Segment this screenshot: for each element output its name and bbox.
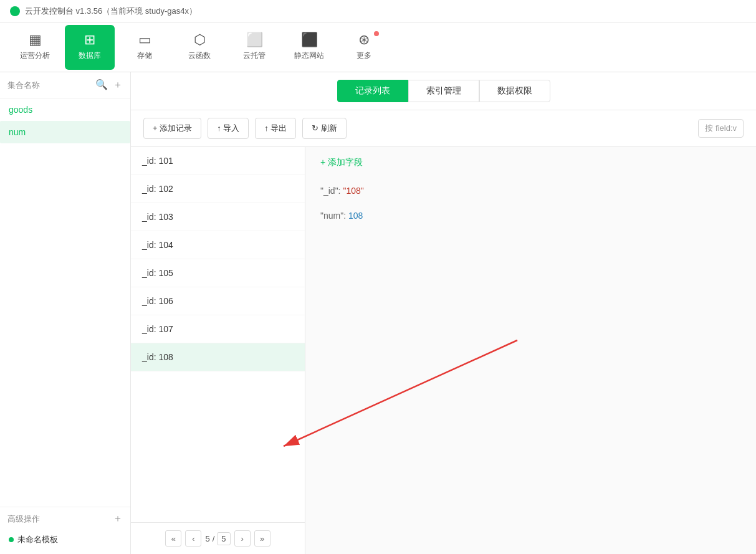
app-logo [10, 6, 20, 16]
add-field-button[interactable]: + 添加字段 [320, 157, 741, 168]
refresh-label: ↻ 刷新 [312, 123, 337, 134]
record-item-107[interactable]: _id: 107 [131, 315, 305, 343]
record-item-101[interactable]: _id: 101 [131, 147, 305, 175]
record-item-102[interactable]: _id: 102 [131, 175, 305, 203]
toolbar-item-database[interactable]: ⊞数据库 [65, 25, 115, 70]
content-area: 记录列表 索引管理 数据权限 + 添加记录 ↑ 导入 ↑ 导出 ↻ 刷新 按 f… [131, 72, 756, 554]
sidebar-add-icon[interactable]: ＋ [113, 79, 123, 92]
tab-permissions[interactable]: 数据权限 [479, 80, 550, 102]
toolbar-item-cloudfunction[interactable]: ⬡云函数 [175, 25, 224, 70]
field-row-num: "num": 108 [320, 206, 741, 226]
total-pages-dropdown[interactable]: 5 [217, 532, 230, 545]
toolbar-icon-hosting: ⬜ [246, 33, 263, 47]
toolbar-item-hosting[interactable]: ⬜云托管 [229, 25, 279, 70]
search-field[interactable]: 按 field:v [698, 119, 744, 138]
action-bar: + 添加记录 ↑ 导入 ↑ 导出 ↻ 刷新 按 field:v [131, 110, 756, 147]
sidebar: 集合名称 🔍 ＋ goods num 高级操作 ＋ 未命名模板 [0, 72, 131, 554]
toolbar-icon-database: ⊞ [84, 33, 95, 47]
add-record-label: + 添加记录 [153, 123, 192, 134]
export-button[interactable]: ↑ 导出 [255, 118, 296, 139]
toolbar-label-analytics: 运营分析 [20, 50, 50, 61]
toolbar-label-cloudfunction: 云函数 [188, 50, 211, 61]
tab-bar: 记录列表 索引管理 数据权限 [131, 72, 756, 110]
sidebar-template-item[interactable]: 未命名模板 [7, 530, 123, 549]
field-num-value: 108 [348, 211, 363, 221]
import-button[interactable]: ↑ 导入 [208, 118, 249, 139]
record-item-103[interactable]: _id: 103 [131, 203, 305, 231]
sidebar-item-goods[interactable]: goods [0, 98, 130, 121]
toolbar-item-analytics[interactable]: ▦运营分析 [10, 25, 60, 70]
add-record-button[interactable]: + 添加记录 [143, 118, 201, 139]
sidebar-advanced-section: 高级操作 ＋ 未命名模板 [0, 507, 130, 554]
template-label: 未命名模板 [17, 534, 58, 545]
record-item-108[interactable]: _id: 108 [131, 343, 305, 371]
tab-records[interactable]: 记录列表 [337, 80, 408, 102]
record-detail: + 添加字段 "_id": "108" "num": 108 [305, 147, 756, 554]
toolbar-icon-cloudfunction: ⬡ [194, 33, 206, 47]
sidebar-header-title: 集合名称 [7, 80, 40, 91]
toolbar-icon-more: ⊛ [358, 33, 370, 47]
toolbar-icon-storage: ▭ [138, 33, 151, 47]
export-label: ↑ 导出 [264, 123, 287, 134]
tab-index[interactable]: 索引管理 [408, 80, 479, 102]
toolbar-item-staticweb[interactable]: ⬛静态网站 [284, 25, 334, 70]
page-info: 5 / 5 [205, 532, 230, 545]
sidebar-items: goods num [0, 98, 130, 507]
record-item-105[interactable]: _id: 105 [131, 259, 305, 287]
pagination: « ‹ 5 / 5 › » [131, 522, 305, 554]
add-field-label: + 添加字段 [320, 157, 363, 168]
record-list: _id: 101 _id: 102 _id: 103 _id: 104 _id:… [131, 147, 305, 554]
toolbar-label-hosting: 云托管 [243, 50, 266, 61]
toolbar-label-staticweb: 静态网站 [294, 50, 324, 61]
records-area: _id: 101 _id: 102 _id: 103 _id: 104 _id:… [131, 147, 756, 554]
sidebar-advanced-header: 高级操作 ＋ [7, 512, 123, 525]
toolbar-badge-more [374, 31, 379, 36]
app-title: 云开发控制台 v1.3.56（当前环境 study-gas4x） [25, 6, 197, 17]
current-page: 5 [205, 534, 209, 543]
record-item-106[interactable]: _id: 106 [131, 287, 305, 315]
import-label: ↑ 导入 [217, 123, 239, 134]
toolbar-label-more: 更多 [356, 50, 371, 61]
title-bar: 云开发控制台 v1.3.56（当前环境 study-gas4x） [0, 0, 756, 22]
last-page-button[interactable]: » [254, 530, 270, 547]
field-id-value: "108" [343, 186, 363, 196]
field-id-key: "_id": [320, 186, 343, 196]
sidebar-header: 集合名称 🔍 ＋ [0, 72, 130, 98]
toolbar-icon-staticweb: ⬛ [301, 33, 318, 47]
sidebar-header-actions: 🔍 ＋ [95, 79, 123, 92]
prev-page-button[interactable]: ‹ [185, 530, 201, 547]
toolbar: ▦运营分析⊞数据库▭存储⬡云函数⬜云托管⬛静态网站⊛更多 [0, 22, 756, 72]
sidebar-search-icon[interactable]: 🔍 [95, 79, 108, 92]
field-num-key: "num": [320, 211, 348, 221]
sidebar-advanced-add-icon[interactable]: ＋ [113, 512, 123, 525]
first-page-button[interactable]: « [165, 530, 181, 547]
toolbar-item-storage[interactable]: ▭存储 [120, 25, 170, 70]
toolbar-item-more[interactable]: ⊛更多 [339, 25, 389, 70]
toolbar-label-storage: 存储 [137, 50, 152, 61]
page-separator: / [213, 534, 215, 543]
toolbar-icon-analytics: ▦ [29, 33, 42, 47]
refresh-button[interactable]: ↻ 刷新 [302, 118, 347, 139]
toolbar-label-database: 数据库 [79, 50, 101, 61]
next-page-button[interactable]: › [234, 530, 251, 547]
field-row-id: "_id": "108" [320, 181, 741, 201]
sidebar-advanced-title: 高级操作 [7, 513, 40, 525]
record-item-104[interactable]: _id: 104 [131, 231, 305, 259]
search-prefix: 按 field:v [705, 123, 737, 134]
template-dot [9, 537, 14, 542]
main-layout: 集合名称 🔍 ＋ goods num 高级操作 ＋ 未命名模板 [0, 72, 756, 554]
sidebar-item-num[interactable]: num [0, 121, 130, 143]
